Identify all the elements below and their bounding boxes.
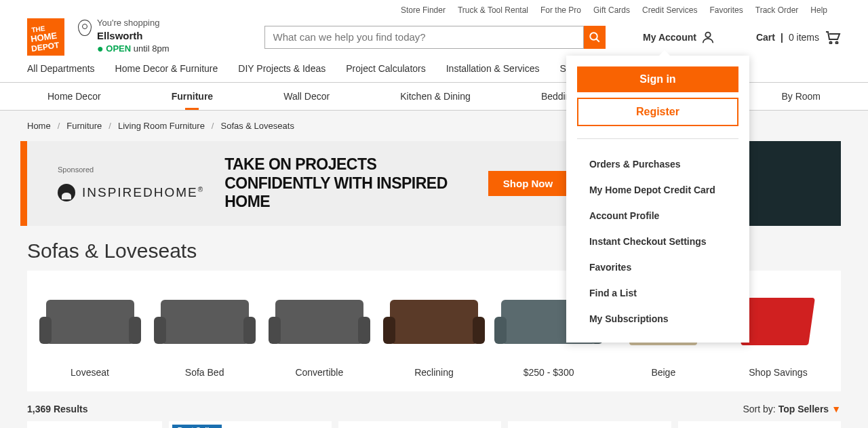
shop-now-button[interactable]: Shop Now: [488, 171, 568, 196]
svg-point-8: [836, 41, 838, 43]
dd-link-favorites[interactable]: Favorites: [577, 254, 738, 280]
tile-loveseat[interactable]: Loveseat: [37, 284, 142, 378]
search-icon: [589, 31, 601, 43]
dd-link-orders[interactable]: Orders & Purchases: [577, 151, 738, 177]
store-prefix: You're shopping: [97, 18, 170, 29]
crumb[interactable]: Furniture: [66, 121, 102, 131]
product-card[interactable]: Best Seller 539: [169, 421, 332, 428]
header: THEHOMEDEPOT You're shopping Ellsworth ●…: [0, 18, 868, 63]
brand-logo: INSPIREDHOME®: [58, 184, 204, 201]
dd-link-credit[interactable]: My Home Depot Credit Card: [577, 177, 738, 203]
dd-link-subs[interactable]: My Subscriptions: [577, 306, 738, 332]
dd-link-findlist[interactable]: Find a List: [577, 280, 738, 306]
dd-link-profile[interactable]: Account Profile: [577, 203, 738, 229]
subnav-item[interactable]: By Room: [781, 91, 821, 102]
subnav-item[interactable]: Wall Decor: [283, 91, 330, 102]
util-link[interactable]: Credit Services: [642, 5, 697, 15]
store-selector[interactable]: You're shopping Ellsworth ● OPEN until 8…: [78, 18, 170, 56]
subnav-item[interactable]: Home Decor: [47, 91, 101, 102]
util-link[interactable]: Store Finder: [401, 5, 446, 15]
cart-label: Cart: [756, 32, 775, 43]
util-link[interactable]: For the Pro: [540, 5, 581, 15]
subnav-item[interactable]: Kitchen & Dining: [400, 91, 471, 102]
user-icon: [701, 30, 715, 45]
cart-icon: [825, 31, 841, 44]
register-button[interactable]: Register: [577, 98, 738, 126]
nav-item[interactable]: DIY Projects & Ideas: [238, 63, 326, 74]
tile-convertible[interactable]: Convertible: [267, 284, 372, 378]
store-hours: ● OPEN until 8pm: [97, 42, 170, 56]
product-card[interactable]: 486: [678, 421, 841, 428]
signin-button[interactable]: Sign in: [577, 66, 738, 92]
svg-point-7: [830, 41, 832, 43]
nav-item[interactable]: Home Decor & Furniture: [115, 63, 218, 74]
util-link[interactable]: Gift Cards: [593, 5, 630, 15]
logo[interactable]: THEHOMEDEPOT: [27, 18, 64, 56]
product-card[interactable]: 303: [508, 421, 671, 428]
sponsored-label: Sponsored: [58, 166, 204, 174]
svg-line-5: [596, 39, 599, 42]
banner-headline: TAKE ON PROJECTS CONFIDENTLY WITH INSPIR…: [224, 155, 448, 212]
results-bar: 1,369 Results Sort by:Top Sellers▼: [0, 391, 868, 421]
chevron-down-icon: ▼: [831, 404, 841, 414]
search-input[interactable]: [264, 26, 585, 49]
results-count: 1,369 Results: [27, 404, 88, 414]
nav-item[interactable]: Installation & Services: [446, 63, 540, 74]
banner-accent: [20, 141, 27, 226]
my-account[interactable]: My Account Sign in Register Orders & Pur…: [643, 30, 715, 45]
svg-point-4: [590, 33, 597, 40]
utility-bar: Store Finder Truck & Tool Rental For the…: [0, 0, 868, 18]
util-link[interactable]: Favorites: [709, 5, 743, 15]
nav-item[interactable]: Project Calculators: [346, 63, 426, 74]
crumb-current: Sofas & Loveseats: [220, 121, 294, 131]
product-row: Get It Fast Best Seller 539 154 303 486: [0, 421, 868, 428]
product-card[interactable]: 154: [338, 421, 501, 428]
search-button[interactable]: [584, 26, 606, 49]
util-link[interactable]: Truck & Tool Rental: [458, 5, 528, 15]
crumb[interactable]: Home: [27, 121, 51, 131]
util-link[interactable]: Help: [810, 5, 827, 15]
svg-point-6: [705, 32, 710, 37]
divider: [577, 138, 738, 139]
account-dropdown: Sign in Register Orders & Purchases My H…: [566, 56, 749, 343]
dd-link-checkout[interactable]: Instant Checkout Settings: [577, 229, 738, 254]
tile-sofabed[interactable]: Sofa Bed: [152, 284, 257, 378]
util-link[interactable]: Track Order: [755, 5, 799, 15]
best-seller-badge: Best Seller: [172, 425, 222, 428]
nav-item[interactable]: All Departments: [27, 63, 95, 74]
brand-mark-icon: [58, 184, 75, 201]
sort-dropdown[interactable]: Sort by:Top Sellers▼: [743, 404, 841, 414]
subnav-item-active[interactable]: Furniture: [172, 91, 213, 102]
crumb[interactable]: Living Room Furniture: [118, 121, 205, 131]
store-name: Ellsworth: [97, 29, 170, 43]
cart-count: 0 items: [789, 32, 819, 43]
pin-icon: [78, 20, 92, 36]
tile-reclining[interactable]: Reclining: [381, 284, 486, 378]
cart[interactable]: Cart | 0 items: [756, 31, 841, 44]
sidebar-filter: Get It Fast: [27, 421, 162, 428]
account-label: My Account: [643, 32, 696, 43]
